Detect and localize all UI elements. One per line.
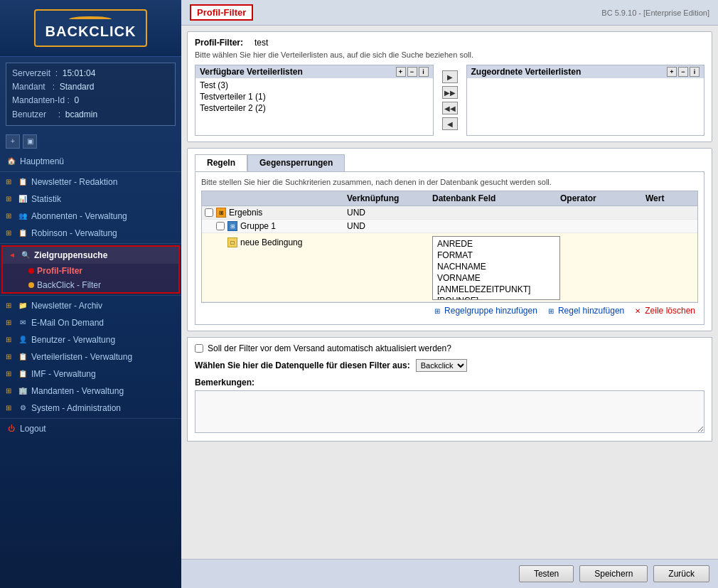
nav-abonnenten-verwaltung[interactable]: ⊞ 👥 Abonnenten - Verwaltung bbox=[0, 208, 181, 225]
benutzer-label: Benutzer bbox=[12, 109, 46, 119]
expand-icon: ⊞ bbox=[6, 212, 14, 220]
version-info: BC 5.9.10 - [Enterprise Edition] bbox=[601, 9, 709, 17]
nav-zielgruppensuche[interactable]: ◄ 🔍 Zielgruppensuche bbox=[3, 247, 178, 264]
zugeordnete-list bbox=[467, 78, 704, 135]
info-zugeordnete-icon[interactable]: i bbox=[690, 67, 700, 77]
list-item[interactable]: Testverteiler 2 (2) bbox=[198, 102, 430, 114]
nav-label: E-Mail On Demand bbox=[31, 318, 104, 328]
ergebnis-icon: ⊞ bbox=[216, 208, 226, 218]
expand-icon: ⊞ bbox=[6, 195, 14, 203]
main-header: Profil-Filter BC 5.9.10 - [Enterprise Ed… bbox=[181, 0, 718, 26]
instruction-text: Bitte wählen Sie hier die Verteilerliste… bbox=[195, 50, 704, 59]
nav-mandanten-verwaltung[interactable]: ⊞ 🏢 Mandanten - Verwaltung bbox=[0, 383, 181, 400]
gruppe1-checkbox[interactable] bbox=[216, 222, 225, 230]
col-datenbank-feld: Datenbank Feld bbox=[432, 193, 560, 203]
mandanten-id-label: Mandanten-Id bbox=[12, 95, 65, 105]
toolbar-icons: + ▣ bbox=[0, 132, 181, 151]
page-icon[interactable]: ▣ bbox=[23, 134, 37, 149]
tab-regeln[interactable]: Regeln bbox=[195, 154, 247, 171]
bemerkungen-label: Bemerkungen: bbox=[195, 378, 704, 387]
remove-verteiler-icon[interactable]: − bbox=[407, 67, 417, 77]
dropdown-item[interactable]: [ANMELDEZEITPUNKT] bbox=[433, 284, 559, 295]
dropdown-item[interactable]: VORNAME bbox=[433, 272, 559, 284]
gruppe1-icon: ⊞ bbox=[227, 221, 237, 231]
dropdown-item[interactable]: ANREDE bbox=[433, 238, 559, 250]
list-item[interactable]: Test (3) bbox=[198, 80, 430, 91]
nav-statistik[interactable]: ⊞ 📊 Statistik bbox=[0, 191, 181, 208]
nav-label: Benutzer - Verwaltung bbox=[31, 335, 115, 345]
nav-newsletter-archiv[interactable]: ⊞ 📁 Newsletter - Archiv bbox=[0, 297, 181, 314]
nav-label: System - Administration bbox=[31, 403, 121, 413]
nav-hauptmenu[interactable]: 🏠 Hauptmenü bbox=[0, 153, 181, 170]
gruppe1-und: UND bbox=[347, 221, 432, 231]
nav-robinson-verwaltung[interactable]: ⊞ 📋 Robinson - Verwaltung bbox=[0, 225, 181, 242]
move-left-button[interactable]: ◀ bbox=[442, 117, 458, 130]
nav-email-on-demand[interactable]: ⊞ ✉ E-Mail On Demand bbox=[0, 314, 181, 331]
nav-system-administration[interactable]: ⊞ ⚙ System - Administration bbox=[0, 400, 181, 417]
imf-icon: 📋 bbox=[17, 368, 28, 380]
chart-icon: 📊 bbox=[17, 193, 28, 205]
expand-icon: ◄ bbox=[9, 251, 17, 259]
nav-benutzer-verwaltung[interactable]: ⊞ 👤 Benutzer - Verwaltung bbox=[0, 331, 181, 348]
add-zugeordnete-icon[interactable]: + bbox=[667, 67, 677, 77]
bemerkungen-textarea[interactable] bbox=[195, 390, 704, 433]
expand-icon: ⊞ bbox=[6, 178, 14, 186]
mandanten-id-value: 0 bbox=[74, 95, 79, 105]
verfuegbare-header: Verfügbare Verteilerlisten + − i bbox=[195, 65, 433, 78]
nav-newsletter-redaktion[interactable]: ⊞ 📋 Newsletter - Redaktion bbox=[0, 173, 181, 191]
folder-icon: 📋 bbox=[17, 176, 28, 188]
add-group-icon: ⊞ bbox=[432, 306, 442, 316]
add-rule-icon: ⊞ bbox=[546, 306, 556, 316]
nav-logout[interactable]: ⏻ Logout bbox=[0, 420, 181, 437]
nav-imf-verwaltung[interactable]: ⊞ 📋 IMF - Verwaltung bbox=[0, 365, 181, 383]
user-icon: 👤 bbox=[17, 334, 28, 346]
col-name bbox=[205, 193, 347, 203]
zugeordnete-header: Zugeordnete Verteilerlisten + − i bbox=[467, 65, 704, 78]
datenquelle-select[interactable]: Backclick Extern bbox=[416, 359, 467, 372]
add-verteiler-icon[interactable]: + bbox=[396, 67, 406, 77]
zurueck-button[interactable]: Zurück bbox=[653, 565, 709, 582]
move-all-left-button[interactable]: ◀◀ bbox=[442, 102, 458, 114]
regel-label: Regel hinzufügen bbox=[558, 306, 624, 316]
mandant-label: Mandant bbox=[12, 82, 45, 92]
dropdown-item[interactable]: [BOUNCE] bbox=[433, 295, 559, 300]
nav-zielgruppensuche-group: ◄ 🔍 Zielgruppensuche Profil-Filter BackC… bbox=[1, 245, 180, 294]
regel-hinzufuegen-link[interactable]: ⊞ Regel hinzufügen bbox=[546, 306, 624, 316]
regelgruppe-hinzufuegen-link[interactable]: ⊞ Regelgruppe hinzufügen bbox=[432, 306, 537, 316]
list2-icon: 📋 bbox=[17, 351, 28, 363]
nav-menu: 🏠 Hauptmenü ⊞ 📋 Newsletter - Redaktion ⊞… bbox=[0, 151, 181, 588]
move-right-button[interactable]: ▶ bbox=[442, 70, 458, 83]
page-title: Profil-Filter bbox=[190, 4, 253, 21]
dropdown-item[interactable]: FORMAT bbox=[433, 250, 559, 261]
dropdown-item[interactable]: NACHNAME bbox=[433, 261, 559, 272]
gruppe1-label: ⊞ Gruppe 1 bbox=[205, 221, 347, 231]
move-all-right-button[interactable]: ▶▶ bbox=[442, 86, 458, 99]
list-item[interactable]: Testverteiler 1 (1) bbox=[198, 91, 430, 102]
nav-verteilerlisten-verwaltung[interactable]: ⊞ 📋 Verteilerlisten - Verwaltung bbox=[0, 348, 181, 365]
ergebnis-checkbox[interactable] bbox=[205, 208, 213, 217]
nav-backclick-filter[interactable]: BackClick - Filter bbox=[3, 278, 178, 292]
gruppe1-text: Gruppe 1 bbox=[240, 221, 276, 231]
nav-label: Abonnenten - Verwaltung bbox=[31, 211, 127, 221]
bedingung-text: neue Bedingung bbox=[240, 237, 302, 247]
rule-row-ergebnis: ⊞ Ergebnis UND bbox=[202, 206, 697, 220]
ergebnis-und: UND bbox=[347, 208, 432, 218]
remove-zugeordnete-icon[interactable]: − bbox=[678, 67, 688, 77]
speichern-button[interactable]: Speichern bbox=[579, 565, 648, 582]
add-icon[interactable]: + bbox=[6, 134, 20, 149]
zeile-loeschen-link[interactable]: ✕ Zeile löschen bbox=[633, 306, 695, 316]
auto-update-checkbox[interactable] bbox=[195, 344, 203, 353]
nav-profil-filter[interactable]: Profil-Filter bbox=[3, 264, 178, 278]
bedingung-icon: □ bbox=[227, 237, 237, 247]
bedingung-label: □ neue Bedingung bbox=[205, 236, 347, 247]
verfuegbare-list: Test (3) Testverteiler 1 (1) Testverteil… bbox=[195, 78, 433, 135]
tab-gegensperrungen[interactable]: Gegensperrungen bbox=[247, 154, 345, 171]
datenbank-feld-dropdown[interactable]: ANREDE FORMAT NACHNAME VORNAME [ANMELDEZ… bbox=[432, 236, 560, 300]
serverzeit-label: Serverzeit bbox=[12, 68, 50, 78]
testen-button[interactable]: Testen bbox=[519, 565, 574, 582]
rules-rows: ⊞ Ergebnis UND ⊞ bbox=[201, 206, 698, 303]
email-icon: ✉ bbox=[17, 317, 28, 328]
datenquelle-label: Wählen Sie hier die Datenquelle für dies… bbox=[195, 360, 410, 370]
logout-icon: ⏻ bbox=[6, 423, 17, 434]
info-verteiler-icon[interactable]: i bbox=[419, 67, 429, 77]
